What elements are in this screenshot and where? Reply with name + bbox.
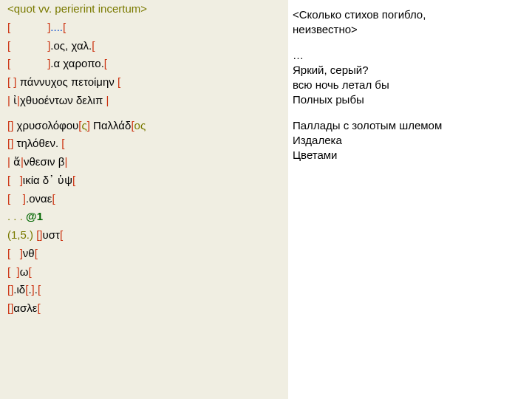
text-run: νθεσιν β	[24, 155, 64, 168]
text-run: [	[60, 228, 63, 241]
translation-line: …	[293, 48, 519, 63]
source-line: <quot vv. perierint incertum>	[7, 0, 288, 18]
translation-line: <Сколько стихов погибло,	[293, 7, 519, 22]
text-run: |	[64, 155, 67, 168]
text-run: [	[117, 75, 120, 88]
source-line	[7, 110, 288, 117]
text-run: τηλόθεν.	[13, 137, 61, 149]
source-line: | ἰ|χθυοέντων δελιπ |	[7, 92, 288, 110]
text-run: . . .	[7, 210, 26, 222]
source-line: [ ].ος, χαλ.[	[7, 37, 288, 55]
text-run: [	[37, 301, 40, 314]
source-line: (1,5.) []υστ[	[7, 226, 288, 245]
translation-block-2: … Яркий, серый? всю ночь летал бы Полных…	[293, 48, 519, 108]
text-run: .ος, χαλ.	[50, 39, 92, 52]
translation-line: Цветами	[293, 148, 519, 163]
source-line: . . . @1	[7, 208, 288, 226]
translation-line: неизвестно>	[293, 22, 519, 37]
translation-block-3: Паллады с золотым шлемом Издалека Цветам…	[293, 118, 519, 163]
text-run: νθ	[23, 247, 35, 259]
translation-line: всю ночь летал бы	[293, 78, 519, 92]
translation-block-1: <Сколько стихов погибло, неизвестно>	[293, 7, 519, 38]
source-line: [ ].οναε[	[7, 190, 288, 208]
text-run: [ ]	[7, 39, 50, 52]
source-line: [] χρυσολόφου[ς] Παλλάδ[ος	[7, 117, 288, 135]
text-run: (1,5.)	[7, 228, 33, 241]
text-run: ω	[20, 265, 29, 278]
text-run: ς	[82, 119, 87, 132]
text-run: [	[38, 283, 41, 296]
translation-line: Яркий, серый?	[293, 63, 519, 78]
text-run: χρυσολόφου	[13, 119, 78, 132]
text-run: .α χαροπο.	[50, 57, 103, 69]
text-run: [ ]	[7, 57, 50, 69]
text-run: [	[35, 247, 38, 259]
translation-column: <Сколько стихов погибло, неизвестно> … Я…	[288, 0, 532, 399]
source-line: []ασλε[	[7, 299, 288, 318]
source-line: [] τηλόθεν. [	[7, 134, 288, 153]
text-run: [	[63, 21, 66, 33]
text-run: []	[33, 228, 43, 241]
text-run: ἰ	[10, 94, 17, 106]
text-run: ασλε	[13, 301, 37, 314]
text-run: [	[92, 39, 95, 52]
text-run: @1	[26, 210, 43, 222]
text-run: υστ	[43, 228, 60, 241]
translation-line: Издалека	[293, 133, 519, 148]
text-run: [	[72, 174, 75, 186]
text-run: [ ]	[7, 174, 23, 186]
text-run: .οναε	[26, 192, 52, 205]
text-run: [	[61, 137, 64, 149]
text-run: [ ]	[7, 247, 23, 259]
source-line: [].ιδ[.].[	[7, 281, 288, 299]
text-run: ....	[50, 21, 63, 33]
source-line: [ ]....[	[7, 18, 288, 37]
text-run: ικία δ᾽ ὑψ	[23, 174, 72, 186]
source-line: [ ]ω[	[7, 263, 288, 282]
text-run: χθυοέντων δελιπ	[20, 94, 106, 106]
text-run: [ ]	[7, 21, 50, 33]
translation-line: Полных рыбы	[293, 92, 519, 107]
text-run: <quot vv. perierint incertum>	[7, 2, 147, 15]
text-run: πάννυχος πετοίμην	[17, 75, 117, 88]
translation-line: Паллады с золотым шлемом	[293, 118, 519, 133]
text-run: [ ]	[7, 265, 20, 278]
text-run: [	[104, 57, 107, 69]
source-line: [ ].α χαροπο.[	[7, 55, 288, 73]
text-run: .ιδ	[13, 283, 25, 296]
source-line: [ ]ικία δ᾽ ὑψ[	[7, 171, 288, 190]
greek-source-column: <quot vv. perierint incertum>[ ]....[[ ]…	[0, 0, 288, 399]
text-run: Παλλάδ	[90, 119, 131, 132]
text-run: ος	[134, 119, 146, 132]
source-line: [ ] πάννυχος πετοίμην [	[7, 73, 288, 92]
source-line: [ ]νθ[	[7, 245, 288, 263]
text-run: [ ]	[7, 192, 26, 205]
text-run: [	[52, 192, 55, 205]
text-run: ἄ	[10, 155, 21, 168]
text-run: [	[28, 265, 31, 278]
source-line: | ἄ|νθεσιν β|	[7, 153, 288, 171]
text-run: [ ]	[7, 75, 17, 88]
text-run: |	[106, 94, 109, 106]
